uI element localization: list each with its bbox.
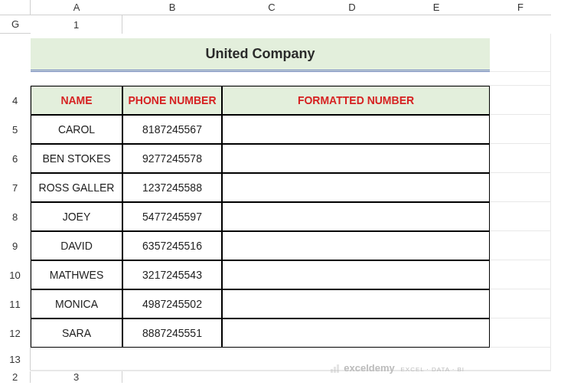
cell[interactable] [490, 115, 551, 144]
svg-rect-2 [337, 364, 339, 373]
cell[interactable] [490, 289, 551, 318]
header-name[interactable]: NAME [31, 86, 122, 115]
col-header-f[interactable]: F [490, 0, 551, 15]
cell[interactable] [490, 231, 551, 260]
col-header-g[interactable]: G [0, 15, 31, 34]
col-header-b[interactable]: B [122, 0, 222, 15]
cell[interactable] [490, 260, 551, 289]
col-header-d[interactable]: D [321, 0, 383, 15]
cell-name[interactable]: CAROL [31, 115, 122, 144]
cell-phone[interactable]: 6357245516 [122, 231, 222, 260]
cell-name[interactable]: ROSS GALLER [31, 173, 122, 202]
cell-name[interactable]: MATHWES [31, 260, 122, 289]
cell-formatted[interactable] [222, 144, 490, 173]
header-formatted[interactable]: FORMATTED NUMBER [222, 86, 490, 115]
row-header-7[interactable]: 7 [0, 173, 31, 202]
cell-name[interactable]: SARA [31, 318, 122, 348]
row-header-11[interactable]: 11 [0, 289, 31, 318]
cell-name[interactable]: BEN STOKES [31, 144, 122, 173]
row-header-8[interactable]: 8 [0, 202, 31, 231]
corner-cell[interactable] [0, 0, 31, 15]
header-phone[interactable]: PHONE NUMBER [122, 86, 222, 115]
cell[interactable] [490, 202, 551, 231]
row-header-9[interactable]: 9 [0, 231, 31, 260]
col-header-c[interactable]: C [222, 0, 321, 15]
cell[interactable] [490, 318, 551, 348]
cell-phone[interactable]: 1237245588 [122, 173, 222, 202]
cell-name[interactable]: DAVID [31, 231, 122, 260]
cell-name[interactable]: JOEY [31, 202, 122, 231]
row-header-4[interactable]: 4 [0, 86, 31, 115]
svg-rect-1 [334, 367, 336, 373]
cell-formatted[interactable] [222, 231, 490, 260]
row-header-13[interactable]: 13 [0, 348, 31, 371]
watermark-tagline: EXCEL · DATA · BI [400, 366, 465, 373]
cell[interactable] [490, 173, 551, 202]
row-header-5[interactable]: 5 [0, 115, 31, 144]
row-header-12[interactable]: 12 [0, 318, 31, 348]
col-header-e[interactable]: E [383, 0, 490, 15]
cell-formatted[interactable] [222, 115, 490, 144]
cell-phone[interactable]: 3217245543 [122, 260, 222, 289]
cell[interactable] [31, 348, 551, 371]
cell[interactable] [31, 72, 551, 86]
cell-formatted[interactable] [222, 260, 490, 289]
cell-name[interactable]: MONICA [31, 289, 122, 318]
cell-phone[interactable]: 9277245578 [122, 144, 222, 173]
svg-rect-0 [331, 369, 333, 373]
row-header-2[interactable]: 2 [0, 371, 31, 383]
cell-phone[interactable]: 8887245551 [122, 318, 222, 348]
spreadsheet-grid: A B C D E F G 1 2 United Company 3 4 NAM… [0, 0, 587, 383]
cell[interactable] [490, 144, 551, 173]
cell-formatted[interactable] [222, 318, 490, 348]
cell[interactable] [490, 86, 551, 115]
cell-phone[interactable]: 5477245597 [122, 202, 222, 231]
watermark-brand: exceldemy [344, 362, 395, 374]
company-title[interactable]: United Company [31, 38, 490, 72]
chart-icon [330, 363, 341, 374]
watermark: exceldemy EXCEL · DATA · BI [330, 362, 465, 374]
cell-formatted[interactable] [222, 289, 490, 318]
cell-formatted[interactable] [222, 202, 490, 231]
row-header-3[interactable]: 3 [31, 371, 122, 383]
row-header-6[interactable]: 6 [0, 144, 31, 173]
cell-formatted[interactable] [222, 173, 490, 202]
cell[interactable] [490, 34, 551, 72]
cell-phone[interactable]: 8187245567 [122, 115, 222, 144]
col-header-a[interactable]: A [31, 0, 122, 15]
row-header-1[interactable]: 1 [31, 15, 122, 34]
row-header-10[interactable]: 10 [0, 260, 31, 289]
cell-phone[interactable]: 4987245502 [122, 289, 222, 318]
